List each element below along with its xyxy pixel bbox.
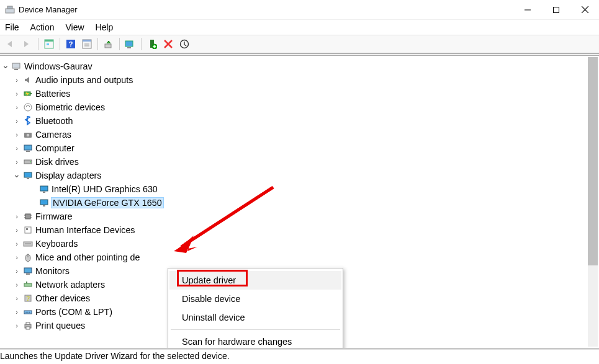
ctx-uninstall-device[interactable]: Uninstall device: [169, 308, 341, 327]
tree-category[interactable]: Batteries: [1, 87, 597, 100]
chevron-icon[interactable]: [12, 76, 21, 84]
tree-category[interactable]: Biometric devices: [1, 100, 597, 114]
root-node[interactable]: Windows-Gaurav: [1, 60, 597, 73]
tree-category[interactable]: Human Interface Devices: [1, 223, 597, 237]
chevron-icon[interactable]: [12, 308, 21, 316]
svg-rect-35: [27, 178, 29, 179]
svg-point-29: [27, 134, 30, 137]
ctx-scan-hardware[interactable]: Scan for hardware changes: [169, 332, 341, 349]
chevron-icon[interactable]: [12, 104, 21, 111]
svg-rect-34: [24, 172, 32, 177]
tree-category[interactable]: Disk drives: [1, 155, 597, 169]
chevron-icon[interactable]: [12, 131, 21, 138]
disk-icon: [22, 156, 34, 167]
chevron-down-icon[interactable]: [1, 61, 10, 71]
computer-icon: [11, 61, 22, 72]
tree-category[interactable]: Mice and other pointing de: [1, 251, 597, 264]
help-icon[interactable]: ?: [63, 37, 78, 51]
chevron-icon[interactable]: [12, 226, 21, 234]
annotation-highlight-box: [177, 270, 248, 286]
category-label: Bluetooth: [35, 116, 73, 126]
tree-device[interactable]: Intel(R) UHD Graphics 630: [1, 182, 597, 196]
menu-file[interactable]: File: [5, 22, 19, 32]
action-icon[interactable]: [79, 37, 94, 51]
minimize-button[interactable]: [513, 0, 542, 20]
scan-icon[interactable]: [123, 37, 138, 51]
close-button[interactable]: [570, 0, 599, 20]
tree-category[interactable]: Bluetooth: [1, 114, 597, 128]
svg-rect-36: [40, 186, 48, 191]
monitor-icon: [22, 265, 34, 277]
category-label: Human Interface Devices: [35, 225, 135, 235]
category-label: Cameras: [35, 130, 71, 140]
svg-rect-30: [24, 145, 32, 150]
mouse-icon: [22, 252, 34, 263]
disable-icon[interactable]: [161, 37, 176, 51]
svg-rect-54: [26, 282, 27, 283]
enable-icon[interactable]: [145, 37, 160, 51]
printer-icon: [22, 320, 34, 331]
root-label: Windows-Gaurav: [24, 61, 92, 71]
display-icon: [38, 197, 50, 208]
svg-rect-62: [26, 322, 30, 324]
svg-rect-1: [7, 6, 12, 9]
svg-point-27: [24, 104, 32, 111]
display-icon: [38, 184, 50, 195]
update-driver-icon[interactable]: [101, 37, 116, 51]
category-label: Audio inputs and outputs: [35, 75, 133, 85]
chevron-icon[interactable]: [12, 267, 21, 275]
chevron-icon[interactable]: [12, 254, 21, 261]
app-icon: [5, 5, 15, 15]
svg-text:?: ?: [69, 40, 73, 48]
port-icon: [22, 306, 34, 317]
fingerprint-icon: [22, 102, 34, 113]
chevron-icon[interactable]: [12, 117, 21, 125]
forward-icon[interactable]: [20, 37, 35, 51]
chevron-icon[interactable]: [12, 281, 21, 288]
svg-rect-53: [24, 283, 32, 286]
ctx-disable-device[interactable]: Disable device: [169, 290, 341, 308]
uninstall-icon[interactable]: [177, 37, 192, 51]
battery-icon: [22, 88, 34, 99]
chevron-icon[interactable]: [12, 171, 21, 180]
tree-category[interactable]: Firmware: [1, 210, 597, 223]
chevron-icon[interactable]: [12, 90, 21, 97]
tree-category[interactable]: Audio inputs and outputs: [1, 73, 597, 87]
other-icon: ?: [22, 293, 34, 304]
svg-rect-39: [43, 205, 45, 206]
menu-help[interactable]: Help: [96, 22, 114, 32]
chevron-icon[interactable]: [12, 295, 21, 302]
svg-rect-24: [14, 69, 18, 70]
svg-rect-26: [30, 93, 32, 94]
chevron-icon[interactable]: [12, 158, 21, 166]
category-label: Other devices: [35, 293, 90, 303]
category-label: Disk drives: [35, 157, 79, 167]
category-label: Biometric devices: [35, 102, 105, 112]
svg-rect-63: [26, 327, 30, 329]
speaker-icon: [22, 74, 34, 86]
category-label: Network adapters: [35, 280, 105, 290]
chevron-icon[interactable]: [12, 240, 21, 247]
scrollbar[interactable]: [588, 57, 598, 347]
tree-category[interactable]: Keyboards: [1, 237, 597, 251]
tree-category[interactable]: Display adapters: [1, 169, 597, 182]
tree-category[interactable]: Cameras: [1, 128, 597, 141]
chevron-icon[interactable]: [12, 144, 21, 152]
maximize-button[interactable]: [542, 0, 570, 20]
tree-category[interactable]: Computer: [1, 141, 597, 155]
computer-icon: [22, 143, 34, 154]
chevron-icon[interactable]: [12, 213, 21, 220]
show-hide-console-tree-icon[interactable]: [42, 37, 56, 51]
back-icon[interactable]: [4, 37, 19, 51]
svg-rect-12: [83, 40, 91, 42]
menu-action[interactable]: Action: [30, 22, 55, 32]
tree-device[interactable]: NVIDIA GeForce GTX 1650: [1, 196, 597, 210]
svg-rect-23: [12, 63, 20, 68]
svg-point-59: [27, 312, 29, 313]
titlebar: Device Manager: [0, 0, 599, 20]
svg-rect-7: [45, 40, 53, 42]
menu-view[interactable]: View: [65, 22, 84, 32]
chevron-icon[interactable]: [12, 322, 21, 329]
svg-rect-40: [25, 214, 30, 219]
svg-point-60: [29, 312, 30, 313]
